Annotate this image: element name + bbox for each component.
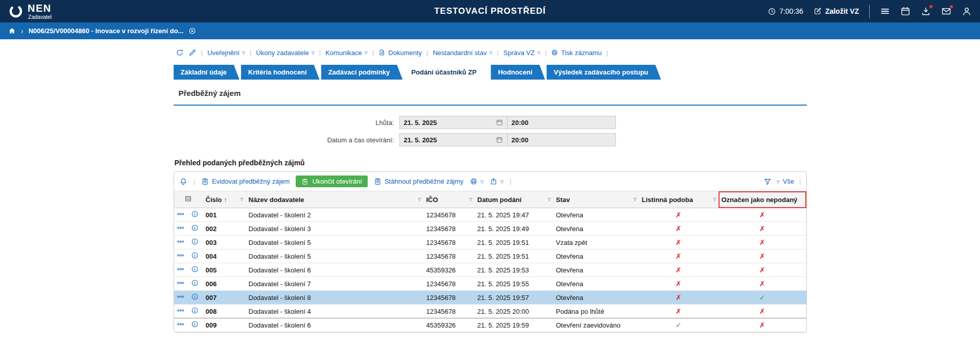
toolbar-item-uverejneni[interactable]: Uveřejnění▽ xyxy=(207,49,245,57)
form-row-deadline: Lhůta: 21. 5. 2025 20:00 xyxy=(174,116,807,129)
user-icon[interactable] xyxy=(962,6,972,16)
filter-caret-icon[interactable]: ▽ xyxy=(633,197,636,202)
filter-caret-icon[interactable]: ▽ xyxy=(469,197,472,202)
column-header-nazev-dodavatele[interactable]: Název dodavatele▽ xyxy=(246,191,423,208)
deadline-date-field[interactable]: 21. 5. 2025 xyxy=(399,116,508,129)
cell-ico: 12345678 xyxy=(423,291,474,305)
row-menu-icon[interactable] xyxy=(177,210,184,218)
tab-zakladni-udaje[interactable]: Základní údaje xyxy=(174,65,240,80)
cell-status: Otevřena xyxy=(553,291,639,305)
filter-caret-icon[interactable]: ▽ xyxy=(547,197,551,202)
column-settings-header[interactable] xyxy=(174,191,203,208)
calendar-picker-icon[interactable] xyxy=(496,136,503,143)
filter-caret-icon[interactable]: ▽ xyxy=(713,197,716,202)
view-all-dropdown[interactable]: ▽ Vše xyxy=(777,178,795,185)
filter-caret-icon[interactable]: ▽ xyxy=(418,197,421,202)
cell-submitted: 21. 5. 2025 19:53 xyxy=(474,263,553,277)
table-row[interactable]: 002Dodavatel - školení 31234567821. 5. 2… xyxy=(174,222,806,236)
table-row[interactable]: 004Dodavatel - školení 51234567821. 5. 2… xyxy=(174,249,806,263)
cell-supplier: Dodavatel - školení 8 xyxy=(246,291,423,305)
print-button[interactable]: ▽ xyxy=(470,178,484,185)
filter-caret-icon[interactable]: ▽ xyxy=(240,197,243,202)
export-button[interactable]: ▽ xyxy=(490,178,504,185)
record-toolbar: |Uveřejnění▽|Úkony zadavatele▽|Komunikac… xyxy=(174,47,807,58)
row-info-icon[interactable] xyxy=(191,293,199,301)
refresh-icon[interactable] xyxy=(176,48,184,57)
table-row[interactable]: 008Dodavatel - školení 41234567821. 5. 2… xyxy=(174,305,806,318)
table-row[interactable]: 007Dodavatel - školení 81234567821. 5. 2… xyxy=(174,291,806,305)
row-info-icon[interactable] xyxy=(191,320,199,328)
filter-icon[interactable] xyxy=(763,178,772,186)
row-menu-icon[interactable] xyxy=(177,279,184,287)
cell-supplier: Dodavatel - školení 4 xyxy=(246,305,423,318)
breadcrumb-current[interactable]: N006/25/V00004860 - Inovace v rozvoji ří… xyxy=(29,27,183,35)
finish-opening-button[interactable]: Ukončit otevírání xyxy=(296,176,368,187)
deadline-time-field[interactable]: 20:00 xyxy=(508,116,616,129)
toolbar-separator: | xyxy=(606,49,608,57)
download-interests-button[interactable]: Stáhnout předběžné zájmy xyxy=(374,178,464,185)
opening-time-field[interactable]: 20:00 xyxy=(508,133,616,146)
tab-vysledek-zadavaciho-postupu[interactable]: Výsledek zadávacího postupu xyxy=(546,65,661,80)
toolbar-item-komunikace[interactable]: Komunikace▽ xyxy=(325,49,368,57)
app-logo[interactable]: NEN Zadavatel xyxy=(8,3,52,20)
paper-cross-icon: ✗ xyxy=(639,249,719,263)
tab-zadavaci-podminky[interactable]: Zadávací podmínky xyxy=(321,65,403,80)
cell-supplier: Dodavatel - školení 5 xyxy=(246,236,423,249)
row-info-icon[interactable] xyxy=(191,238,199,245)
opening-date-field[interactable]: 21. 5. 2025 xyxy=(399,133,508,146)
row-menu-icon[interactable] xyxy=(177,265,184,273)
row-menu-icon[interactable] xyxy=(177,293,184,301)
edit-record-icon[interactable] xyxy=(188,48,197,57)
column-header-listinna-podoba[interactable]: Listinná podoba▽ xyxy=(639,191,719,208)
column-header-datum-podani[interactable]: Datum podání▽ xyxy=(474,191,553,208)
home-icon[interactable] xyxy=(8,27,16,35)
tab-kriteria-hodnoceni[interactable]: Kritéria hodnocení xyxy=(241,65,320,80)
toolbar-item-nestandardni-stav[interactable]: Nestandardní stav▽ xyxy=(433,49,492,57)
column-header-oznacen-jako-nepodany[interactable]: Označen jako nepodaný xyxy=(719,191,806,208)
paper-check-icon: ✓ xyxy=(639,318,719,332)
calendar-icon[interactable] xyxy=(900,6,911,16)
row-info-icon[interactable] xyxy=(191,252,199,259)
toolbar-separator: | xyxy=(426,49,428,57)
table-row[interactable]: 003Dodavatel - školení 51234567821. 5. 2… xyxy=(174,236,806,249)
row-menu-icon[interactable] xyxy=(177,320,184,328)
close-record-icon[interactable] xyxy=(188,27,196,35)
row-menu-icon[interactable] xyxy=(177,307,184,314)
calendar-picker-icon[interactable] xyxy=(496,119,503,126)
row-info-icon[interactable] xyxy=(191,279,199,287)
table-row[interactable]: 009Dodavatel - školení 64535932621. 5. 2… xyxy=(174,318,806,332)
downloads-icon[interactable] xyxy=(921,6,931,16)
topbar-separator xyxy=(869,5,870,18)
toolbar-separator: | xyxy=(372,49,374,57)
tab-podani-ucastniku-zp[interactable]: Podání účastníků ZP xyxy=(404,65,489,80)
toolbar-item-ukony-zadavatele[interactable]: Úkony zadavatele▽ xyxy=(256,49,315,57)
cell-supplier: Dodavatel - školení 3 xyxy=(246,222,423,236)
row-menu-icon[interactable] xyxy=(177,238,184,245)
row-menu-icon[interactable] xyxy=(177,224,184,232)
row-menu-icon[interactable] xyxy=(177,252,184,259)
toolbar-item-sprava-vz[interactable]: Správa VZ▽ xyxy=(504,49,541,57)
toolbar-item-tisk-zaznamu[interactable]: Tisk záznamu xyxy=(551,49,602,57)
register-interest-button[interactable]: Evidovat předběžný zájem xyxy=(201,178,290,185)
column-settings-icon xyxy=(184,195,192,203)
toolbar-item-dokumenty[interactable]: Dokumenty xyxy=(378,49,422,57)
row-info-icon[interactable] xyxy=(191,210,199,218)
create-vz-button[interactable]: Založit VZ xyxy=(814,7,859,15)
table-row[interactable]: 001Dodavatel - školení 21234567821. 5. 2… xyxy=(174,208,806,222)
caret-down-icon: ▽ xyxy=(489,51,492,55)
row-info-icon[interactable] xyxy=(191,265,199,273)
tab-hodnoceni[interactable]: Hodnocení xyxy=(491,65,545,80)
menu-icon[interactable] xyxy=(880,6,890,16)
row-info-icon[interactable] xyxy=(191,307,199,314)
table-row[interactable]: 006Dodavatel - školení 71234567821. 5. 2… xyxy=(174,277,806,291)
column-header-cislo[interactable]: Číslo↑▽ xyxy=(203,191,246,208)
column-header-stav[interactable]: Stav▽ xyxy=(553,191,639,208)
clock-icon xyxy=(768,7,776,16)
cell-ico: 12345678 xyxy=(423,236,474,249)
row-info-icon[interactable] xyxy=(191,224,199,232)
messages-icon[interactable] xyxy=(941,6,951,16)
notifications-bell-icon[interactable] xyxy=(179,178,187,186)
table-row[interactable]: 005Dodavatel - školení 64535932621. 5. 2… xyxy=(174,263,806,277)
toolbar-separator: | xyxy=(194,178,195,185)
column-header-ico[interactable]: IČO▽ xyxy=(423,191,474,208)
